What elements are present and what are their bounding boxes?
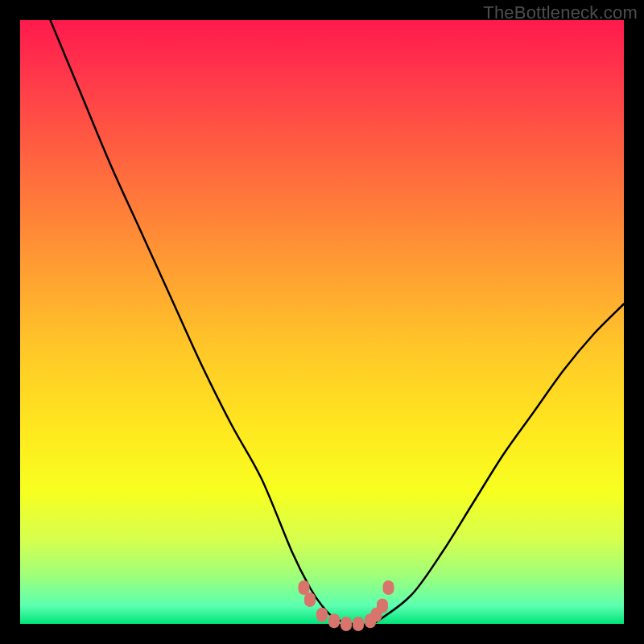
- marker-dot: [353, 617, 364, 631]
- outer-frame: TheBottleneck.com: [0, 0, 644, 644]
- marker-dot: [383, 580, 394, 595]
- marker-dot: [304, 592, 316, 607]
- marker-dot: [299, 580, 310, 595]
- gradient-plot-area: [20, 20, 624, 624]
- marker-dot: [316, 608, 328, 622]
- bottleneck-curve: [51, 20, 625, 625]
- highlight-markers: [299, 580, 394, 631]
- watermark-text: TheBottleneck.com: [483, 2, 638, 23]
- chart-svg: [20, 20, 624, 624]
- marker-dot: [328, 613, 340, 628]
- marker-dot: [377, 599, 388, 613]
- marker-dot: [341, 617, 352, 631]
